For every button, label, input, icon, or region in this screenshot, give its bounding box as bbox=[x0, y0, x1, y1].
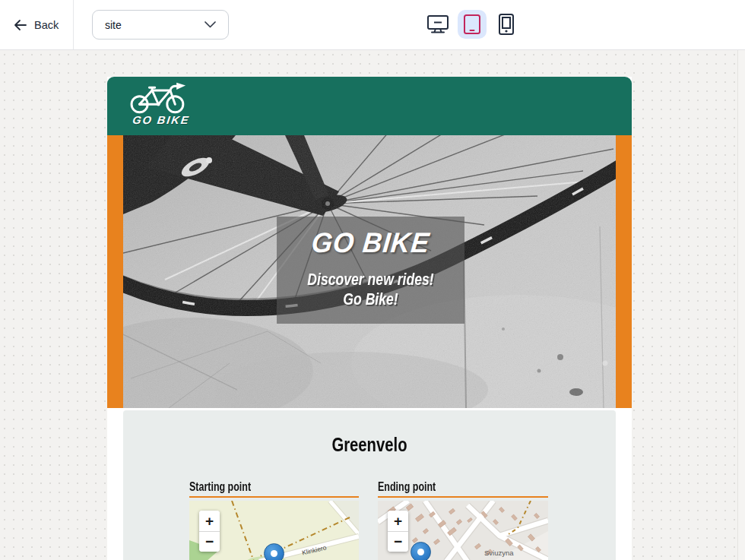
hero-title: GO BIKE bbox=[280, 227, 461, 259]
hero-section: GO BIKE Discover new rides! Go Bike! bbox=[107, 135, 632, 408]
place-label: Sviuzyna bbox=[484, 549, 514, 557]
ending-point-label: Ending point bbox=[378, 480, 436, 494]
tablet-preview-button[interactable] bbox=[458, 10, 487, 39]
start-map-zoom-control: + − bbox=[199, 511, 220, 552]
mobile-preview-button[interactable] bbox=[492, 10, 521, 39]
starting-point-label: Starting point bbox=[189, 480, 251, 494]
ending-point-header: Ending point bbox=[378, 480, 548, 498]
site-preview-card: GO BIKE bbox=[107, 77, 632, 560]
zoom-in-button[interactable]: + bbox=[199, 511, 220, 531]
go-bike-logo-icon bbox=[126, 81, 196, 115]
back-label: Back bbox=[34, 19, 59, 31]
zoom-in-button[interactable]: + bbox=[388, 511, 408, 531]
desktop-icon bbox=[426, 14, 449, 34]
starting-point-column: Starting point Klink bbox=[189, 480, 359, 560]
section-heading: Greenvelo bbox=[177, 433, 561, 457]
brand-wordmark: GO BIKE bbox=[122, 114, 200, 126]
device-switcher bbox=[423, 10, 521, 39]
ending-point-map[interactable]: Sviuzyna + − bbox=[378, 501, 548, 560]
viewport-select-value: site bbox=[105, 19, 122, 31]
start-map-marker[interactable] bbox=[264, 543, 284, 560]
chevron-down-icon bbox=[204, 21, 216, 28]
tablet-icon bbox=[463, 14, 481, 35]
zoom-out-button[interactable]: − bbox=[388, 531, 408, 552]
hero-image: GO BIKE Discover new rides! Go Bike! bbox=[123, 135, 616, 408]
top-toolbar: Back site bbox=[0, 0, 745, 50]
hero-tagline-line2: Go Bike! bbox=[296, 289, 446, 309]
route-section: Greenvelo Starting point bbox=[123, 410, 616, 560]
zoom-out-button[interactable]: − bbox=[199, 531, 220, 552]
starting-point-header: Starting point bbox=[189, 480, 359, 498]
desktop-preview-button[interactable] bbox=[423, 10, 452, 39]
mobile-icon bbox=[498, 13, 515, 36]
back-button[interactable]: Back bbox=[14, 0, 59, 49]
toolbar-divider bbox=[73, 0, 74, 49]
end-map-zoom-control: + − bbox=[388, 511, 408, 552]
ending-point-column: Ending point bbox=[378, 480, 548, 560]
end-map-marker[interactable] bbox=[411, 542, 431, 560]
back-arrow-icon bbox=[14, 19, 27, 31]
starting-point-map[interactable]: Klinkiero + − bbox=[189, 501, 359, 560]
site-header: GO BIKE bbox=[107, 77, 632, 135]
preview-scrollbar[interactable] bbox=[737, 50, 745, 560]
preview-area: GO BIKE bbox=[0, 50, 745, 560]
hero-overlay: GO BIKE Discover new rides! Go Bike! bbox=[277, 217, 464, 324]
hero-tagline-line1: Discover new rides! bbox=[296, 270, 446, 289]
hero-tagline: Discover new rides! Go Bike! bbox=[296, 270, 446, 309]
viewport-select-dropdown[interactable]: site bbox=[92, 10, 229, 40]
